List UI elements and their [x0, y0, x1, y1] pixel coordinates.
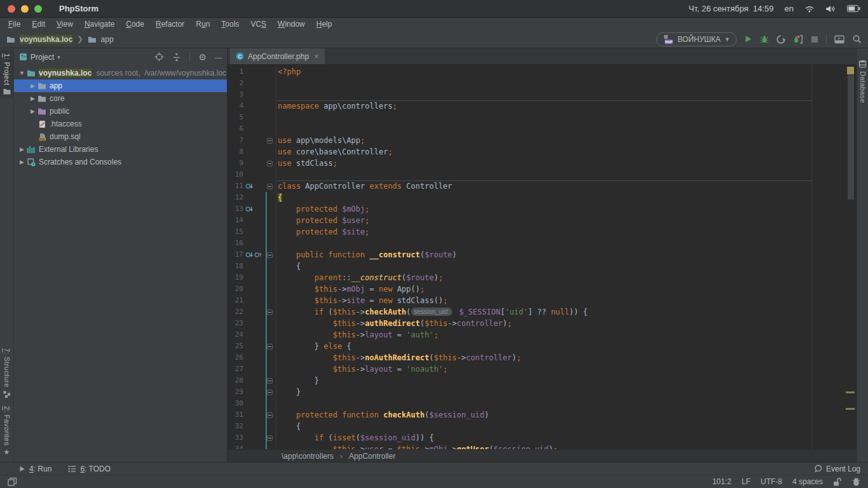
project-panel-title[interactable]: Project	[31, 53, 54, 62]
tree-row-public[interactable]: ▶public	[14, 105, 227, 118]
readonly-lock-icon[interactable]	[833, 478, 842, 486]
code-line-8[interactable]: 8use core\base\Controller;	[227, 146, 857, 158]
code-line-4[interactable]: 4namespace app\controllers;	[227, 100, 857, 112]
tool-button-1-project[interactable]: 1: Project	[0, 50, 13, 98]
code-line-29[interactable]: 29 }	[227, 386, 857, 398]
settings-gear-icon[interactable]: ⚙	[198, 53, 207, 62]
override-down-gutter-icon[interactable]	[245, 251, 254, 259]
code-line-16[interactable]: 16	[227, 238, 857, 249]
fold-marker[interactable]	[267, 184, 273, 189]
code-line-34[interactable]: 34 $this->user = $this->mObj->getUser($s…	[227, 444, 857, 449]
fold-marker[interactable]	[267, 309, 273, 315]
code-line-3[interactable]: 3	[227, 89, 857, 100]
code-line-1[interactable]: 1<?php	[227, 66, 857, 78]
inspection-status-indicator[interactable]	[847, 67, 854, 74]
warning-stripe-mark[interactable]	[846, 408, 855, 410]
fold-marker[interactable]	[267, 378, 273, 384]
keyboard-layout-indicator[interactable]: en	[785, 4, 794, 13]
tree-row-external-libraries[interactable]: ▶External Libraries	[14, 143, 227, 156]
fold-marker[interactable]	[267, 161, 273, 166]
code-line-12[interactable]: 12{	[227, 192, 857, 203]
code-line-17[interactable]: 17 public function __construct($route)	[227, 249, 857, 261]
locate-file-button[interactable]	[154, 52, 164, 62]
code-line-19[interactable]: 19 parent::__construct($route);	[227, 272, 857, 283]
warning-stripe-mark[interactable]	[846, 391, 855, 393]
code-line-6[interactable]: 6	[227, 123, 857, 135]
tool-button-2-favorites[interactable]: 2: Favorites★	[0, 402, 13, 459]
code-line-27[interactable]: 27 $this->layout = 'noauth';	[227, 363, 857, 375]
menu-code[interactable]: Code	[120, 20, 150, 29]
caret-position[interactable]: 101:2	[712, 477, 731, 486]
tree-row-app[interactable]: ▶app	[14, 79, 227, 92]
code-line-14[interactable]: 14 protected $user;	[227, 215, 857, 226]
run-configuration-select[interactable]: PHP ВОЙНУШКА ▼	[656, 32, 736, 46]
menu-view[interactable]: View	[51, 20, 79, 29]
code-line-11[interactable]: 11class AppController extends Controller	[227, 180, 857, 192]
tree-row-dump-sql[interactable]: SQLdump.sql	[14, 130, 227, 143]
fold-marker[interactable]	[267, 344, 273, 349]
tree-row-core[interactable]: ▶core	[14, 92, 227, 105]
code-line-2[interactable]: 2	[227, 78, 857, 89]
override-down-gutter-icon[interactable]	[245, 205, 254, 213]
run-button[interactable]	[744, 35, 752, 43]
menu-run[interactable]: Run	[190, 20, 215, 29]
menu-help[interactable]: Help	[311, 20, 338, 29]
close-tab-icon[interactable]: ×	[314, 51, 319, 61]
tab-appcontroller-php[interactable]: C AppController.php ×	[230, 48, 325, 64]
tree-row-scratches-and-consoles[interactable]: ▶Scratches and Consoles	[14, 156, 227, 168]
code-line-13[interactable]: 13 protected $mObj;	[227, 203, 857, 215]
menu-refactor[interactable]: Refactor	[150, 20, 190, 29]
chevron-right-icon[interactable]: ▶	[18, 159, 26, 165]
chevron-down-icon[interactable]: ▾	[57, 54, 60, 60]
code-line-32[interactable]: 32 {	[227, 421, 857, 432]
breadcrumb-namespace[interactable]: \app\controllers	[281, 452, 334, 461]
editor-scrollbar[interactable]	[848, 75, 854, 200]
tree-row-htaccess[interactable]: .htaccess	[14, 118, 227, 130]
menu-tools[interactable]: Tools	[215, 20, 245, 29]
code-line-10[interactable]: 10	[227, 169, 857, 180]
tool-windows-toggle-icon[interactable]	[8, 477, 18, 486]
code-area[interactable]: 1<?php234namespace app\controllers;567us…	[227, 66, 857, 449]
run-with-coverage-button[interactable]	[776, 35, 785, 44]
wifi-icon[interactable]	[804, 5, 815, 13]
chevron-right-icon[interactable]: ▶	[29, 83, 37, 89]
stop-button[interactable]	[811, 36, 818, 43]
maximize-window-button[interactable]	[34, 5, 42, 13]
code-editor[interactable]: 1<?php234namespace app\controllers;567us…	[227, 65, 857, 449]
fold-marker[interactable]	[267, 435, 273, 441]
code-line-23[interactable]: 23 $this->authRedirect($this->controller…	[227, 318, 857, 329]
nav-crumb-voynushka-loc[interactable]: voynushka.loc	[20, 35, 72, 44]
code-line-15[interactable]: 15 protected $site;	[227, 226, 857, 238]
minimize-window-button[interactable]	[21, 5, 29, 13]
code-line-33[interactable]: 33 if (isset($session_uid)) {	[227, 432, 857, 444]
code-line-28[interactable]: 28 }	[227, 375, 857, 386]
code-line-7[interactable]: 7use app\models\App;	[227, 135, 857, 146]
tree-row-voynushka-loc[interactable]: ▼voynushka.locsources root, /var/www/voy…	[14, 67, 227, 79]
code-line-25[interactable]: 25 } else {	[227, 341, 857, 352]
breadcrumb-class[interactable]: AppController	[349, 452, 395, 461]
indent-style[interactable]: 4 spaces	[792, 477, 823, 486]
code-line-21[interactable]: 21 $this->site = new stdClass();	[227, 295, 857, 306]
code-line-26[interactable]: 26 $this->noAuthRedirect($this->controll…	[227, 352, 857, 363]
override-down-gutter-icon[interactable]	[245, 182, 254, 190]
search-everywhere-button[interactable]	[852, 34, 862, 44]
code-line-9[interactable]: 9use stdClass;	[227, 158, 857, 169]
code-line-18[interactable]: 18 {	[227, 261, 857, 272]
collapse-all-button[interactable]	[172, 53, 181, 62]
tool-button-database[interactable]: Database	[857, 56, 868, 107]
code-line-31[interactable]: 31 protected function checkAuth($session…	[227, 409, 857, 421]
menu-navigate[interactable]: Navigate	[79, 20, 120, 29]
override-up-gutter-icon[interactable]	[254, 251, 262, 259]
hide-panel-button[interactable]: —	[215, 53, 222, 61]
highlighting-level-icon[interactable]	[852, 478, 860, 486]
fold-marker[interactable]	[267, 390, 273, 395]
chevron-right-icon[interactable]: ▶	[29, 95, 37, 102]
fold-marker[interactable]	[267, 412, 273, 418]
menu-edit[interactable]: Edit	[26, 20, 51, 29]
attach-debugger-button[interactable]	[793, 35, 803, 44]
chevron-down-icon[interactable]: ▼	[18, 70, 26, 76]
code-line-22[interactable]: 22 if ($this->checkAuth(session_uid: $_S…	[227, 306, 857, 318]
code-line-20[interactable]: 20 $this->mObj = new App();	[227, 283, 857, 295]
code-line-30[interactable]: 30	[227, 398, 857, 409]
event-log-button[interactable]: Event Log	[814, 464, 860, 473]
